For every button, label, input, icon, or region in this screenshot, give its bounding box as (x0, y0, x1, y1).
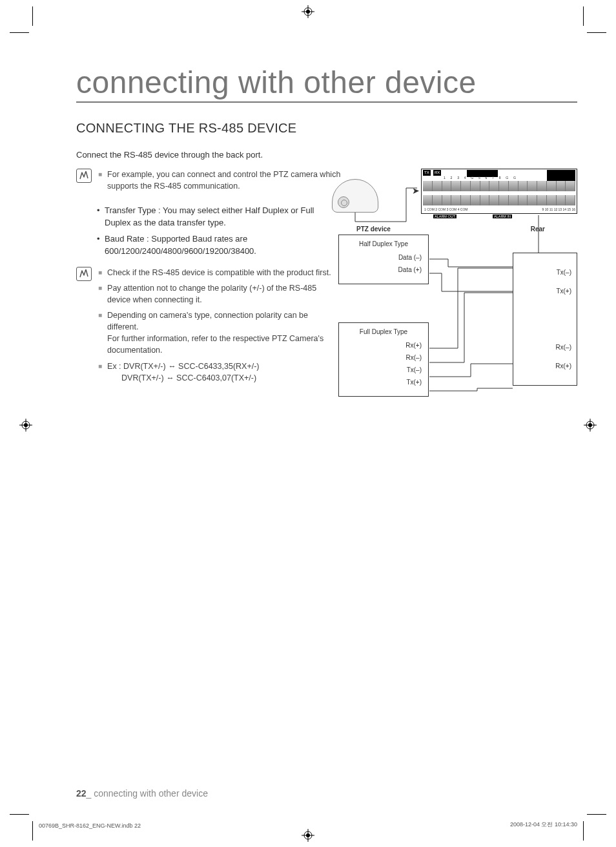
page-footer: 22_ connecting with other device (76, 788, 208, 799)
note-text: For further information, refer to the re… (107, 334, 323, 355)
box-title: Half Duplex Type (345, 240, 422, 247)
footer-label: _ connecting with other device (87, 788, 208, 799)
signal-label: Rx(+) (345, 342, 422, 349)
signal-label: Rx(+) (518, 362, 571, 370)
arrow-icon: ➤ (412, 185, 420, 196)
svg-point-15 (588, 423, 592, 427)
crop-mark (32, 821, 33, 841)
bullet-transfer-type: Transfer Type : You may select either Ha… (97, 205, 341, 229)
note-text: Check if the RS-485 device is compatible… (107, 267, 331, 278)
signal-label: Data (+) (345, 266, 422, 273)
registration-mark-icon (302, 5, 314, 18)
signal-label: Tx(+) (345, 379, 422, 386)
note-text: Depending on camera's type, connection p… (107, 311, 308, 331)
registration-mark-icon (302, 829, 314, 842)
square-bullet-icon: ■ (98, 309, 102, 357)
rear-signals-box: Tx(–) Tx(+) Rx(–) Rx(+) (513, 253, 577, 386)
square-bullet-icon: ■ (98, 169, 102, 192)
print-filename: 00769B_SHR-8162_ENG-NEW.indb 22 (39, 822, 141, 829)
bullet-baud-rate: Baud Rate : Supported Baud rates are 600… (97, 233, 341, 258)
crop-mark (10, 32, 29, 33)
half-duplex-box: Half Duplex Type Data (–) Data (+) (338, 235, 429, 284)
crop-mark (32, 6, 33, 26)
signal-label: Rx(–) (518, 344, 571, 351)
signal-label: Tx(+) (518, 288, 571, 295)
note-text: Ex : DVR(TX+/-) ↔ SCC-C6433,35(RX+/-) (107, 362, 259, 371)
note-text: For example, you can connect and control… (107, 169, 341, 192)
print-timestamp: 2008-12-04 오전 10:14:30 (510, 821, 577, 829)
terminal-alarm-in-label: ALARM IN (493, 214, 512, 218)
crop-mark (583, 821, 584, 841)
box-title: Full Duplex Type (345, 328, 422, 335)
crop-mark (587, 814, 606, 815)
intro-text: Connect the RS-485 device through the ba… (76, 150, 577, 160)
crop-mark (10, 814, 29, 815)
terminal-alarm-out-label: ALARM OUT (433, 214, 457, 218)
ptz-device-label: PTZ device (356, 225, 391, 233)
section-heading: CONNECTING THE RS-485 DEVICE (76, 121, 577, 136)
square-bullet-icon: ■ (98, 361, 102, 384)
note-icon (76, 267, 92, 281)
svg-point-3 (306, 10, 310, 14)
full-duplex-box: Full Duplex Type Rx(+) Rx(–) Tx(–) Tx(+) (338, 322, 429, 397)
signal-label: Rx(–) (345, 354, 422, 361)
rear-label: Rear (531, 225, 545, 233)
crop-mark (583, 6, 584, 26)
terminal-rx-label: RX (433, 170, 441, 176)
page-title: connecting with other device (76, 65, 577, 103)
svg-point-7 (306, 833, 310, 837)
signal-label: Data (–) (345, 254, 422, 261)
signal-label: Tx(–) (518, 269, 571, 276)
note-text: DVR(TX+/-) ↔ SCC-C6403,07(TX+/-) (121, 373, 256, 382)
svg-point-11 (24, 423, 28, 427)
crop-mark (587, 32, 606, 33)
registration-mark-icon (584, 419, 597, 432)
note-icon (76, 169, 92, 183)
square-bullet-icon: ■ (98, 282, 102, 306)
square-bullet-icon: ■ (98, 267, 102, 278)
connection-diagram: TX RX ALARM IN ALARM RESET 1 2 3 4 G 5 6… (345, 169, 577, 427)
page-number: 22 (76, 788, 87, 799)
signal-label: Tx(–) (345, 366, 422, 373)
terminal-numbers: 1 2 3 4 G 5 6 7 8 G G (444, 176, 518, 180)
terminal-numbers: 1 COM 2 COM 3 COM 4 COM (424, 207, 468, 211)
note-text: Pay attention not to change the polarity… (107, 282, 341, 306)
registration-mark-icon (19, 419, 32, 432)
rear-terminal-block: TX RX ALARM IN ALARM RESET 1 2 3 4 G 5 6… (421, 169, 577, 214)
terminal-numbers: 9 10 11 12 13 14 15 16 (542, 207, 575, 211)
terminal-tx-label: TX (423, 170, 431, 176)
